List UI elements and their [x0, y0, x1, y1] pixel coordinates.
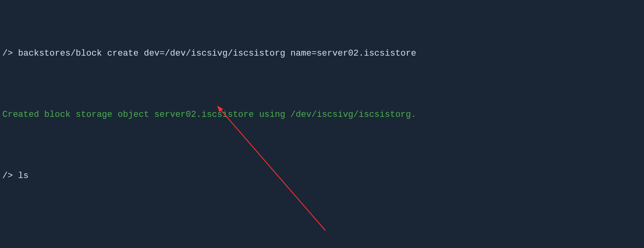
dots-fill: ........................................…: [23, 245, 615, 248]
tree-node-root: /: [18, 245, 23, 248]
command-text: backstores/block create dev=/dev/iscsivg…: [18, 46, 416, 62]
cmd-line-1: /> backstores/block create dev=/dev/iscs…: [2, 46, 642, 62]
output-created: Created block storage object server02.is…: [2, 107, 642, 123]
tree-row-root: o- / ...................................…: [2, 245, 642, 248]
command-text: ls: [18, 169, 29, 184]
cmd-line-2: /> ls: [2, 169, 642, 184]
tree-right: [...]: [615, 245, 642, 248]
tree-prefix: o-: [2, 245, 18, 248]
terminal[interactable]: /> backstores/block create dev=/dev/iscs…: [0, 0, 644, 248]
success-message: Created block storage object server02.is…: [2, 107, 416, 123]
prompt: />: [2, 46, 18, 62]
annotation-arrow-icon: [0, 0, 644, 248]
prompt: />: [2, 169, 18, 184]
